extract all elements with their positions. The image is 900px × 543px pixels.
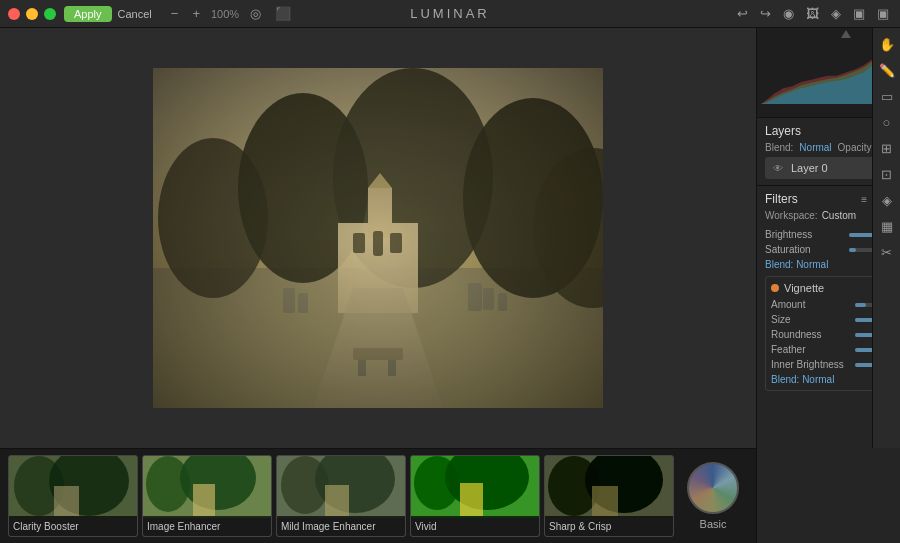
gradient-tool-icon[interactable]: ▦	[875, 214, 899, 238]
saturation-fill	[849, 248, 856, 252]
zoom-level: 100%	[211, 8, 239, 20]
layer-visibility-icon[interactable]: 👁	[771, 161, 785, 175]
filmstrip-item-vivid[interactable]: Vivid	[410, 455, 540, 537]
brightness-label: Brightness	[765, 229, 845, 240]
titlebar-zoom-controls: − + 100% ◎ ⬛	[168, 6, 294, 21]
sync-button[interactable]: ◉	[780, 6, 797, 21]
brush-tool-icon[interactable]: ✏️	[875, 58, 899, 82]
minimize-button[interactable]	[26, 8, 38, 20]
saturation-label: Saturation	[765, 244, 845, 255]
close-button[interactable]	[8, 8, 20, 20]
svg-rect-38	[277, 456, 406, 518]
filmstrip-label: Image Enhancer	[143, 516, 271, 536]
panel-right-button[interactable]: ▣	[874, 6, 892, 21]
titlebar: Apply Cancel − + 100% ◎ ⬛ LUMINAR ↩ ↪ ◉ …	[0, 0, 900, 28]
main-area: Clarity Booster Image Enhancer	[0, 28, 900, 543]
rectangle-tool-icon[interactable]: ▭	[875, 84, 899, 108]
filters-title: Filters	[765, 192, 798, 206]
blend-label: Blend:	[765, 142, 793, 153]
compare-button[interactable]: ⬛	[272, 6, 294, 21]
amount-fill	[855, 303, 866, 307]
filmstrip-thumb	[9, 456, 137, 518]
canvas-area: Clarity Booster Image Enhancer	[0, 28, 756, 543]
workspace-value[interactable]: Custom	[822, 210, 856, 221]
circle-tool-icon[interactable]: ○	[875, 110, 899, 134]
vignette-indicator	[771, 284, 779, 292]
amount-label: Amount	[771, 299, 851, 310]
size-label: Size	[771, 314, 851, 325]
svg-rect-43	[411, 456, 540, 518]
zoom-in-button[interactable]: +	[189, 6, 203, 21]
photo-image	[153, 68, 603, 408]
brightness-fill	[849, 233, 874, 237]
layers-icon-button[interactable]: ◈	[828, 6, 844, 21]
traffic-lights	[8, 8, 56, 20]
filmstrip-item-sharp-crisp[interactable]: Sharp & Crisp	[544, 455, 674, 537]
zoom-out-button[interactable]: −	[168, 6, 182, 21]
inner-brightness-label: Inner Brightness	[771, 359, 851, 370]
svg-rect-33	[143, 456, 272, 518]
redo-button[interactable]: ↪	[757, 6, 774, 21]
hand-tool-icon[interactable]: ✋	[875, 32, 899, 56]
photo-container[interactable]	[0, 28, 756, 448]
image-icon-button[interactable]: 🖼	[803, 6, 822, 21]
filmstrip-thumb	[545, 456, 673, 518]
undo-button[interactable]: ↩	[734, 6, 751, 21]
clone-tool-icon[interactable]: ✂	[875, 240, 899, 264]
cancel-button[interactable]: Cancel	[118, 8, 152, 20]
filmstrip-label: Sharp & Crisp	[545, 516, 673, 536]
blend-value[interactable]: Normal	[799, 142, 831, 153]
roundness-label: Roundness	[771, 329, 851, 340]
app-title: LUMINAR	[410, 6, 490, 21]
basic-label: Basic	[700, 518, 727, 530]
panel-left-button[interactable]: ▣	[850, 6, 868, 21]
svg-rect-28	[9, 456, 138, 518]
transform-tool-icon[interactable]: ⊞	[875, 136, 899, 160]
basic-icon	[687, 462, 739, 514]
basic-button[interactable]: Basic	[678, 455, 748, 537]
filmstrip-label: Clarity Booster	[9, 516, 137, 536]
erase-tool-icon[interactable]: ◈	[875, 188, 899, 212]
filmstrip-thumb	[277, 456, 405, 518]
svg-rect-23	[153, 68, 603, 408]
workspace-label: Workspace:	[765, 210, 818, 221]
preview-button[interactable]: ◎	[247, 6, 264, 21]
filmstrip-thumb	[411, 456, 539, 518]
apply-button[interactable]: Apply	[64, 6, 112, 22]
maximize-button[interactable]	[44, 8, 56, 20]
filmstrip-thumb	[143, 456, 271, 518]
filmstrip: Clarity Booster Image Enhancer	[0, 448, 756, 543]
filmstrip-item-clarity-booster[interactable]: Clarity Booster	[8, 455, 138, 537]
filters-list-button[interactable]: ≡	[858, 194, 870, 205]
filmstrip-label: Vivid	[411, 516, 539, 536]
filmstrip-item-image-enhancer[interactable]: Image Enhancer	[142, 455, 272, 537]
feather-label: Feather	[771, 344, 851, 355]
crop-tool-icon[interactable]: ⊡	[875, 162, 899, 186]
filmstrip-item-mild-image-enhancer[interactable]: Mild Image Enhancer	[276, 455, 406, 537]
filmstrip-label: Mild Image Enhancer	[277, 516, 405, 536]
vignette-name: Vignette	[784, 282, 824, 294]
right-floating-toolbar: ✋ ✏️ ▭ ○ ⊞ ⊡ ◈ ▦ ✂	[872, 28, 900, 448]
photo-canvas	[153, 68, 603, 408]
layers-title: Layers	[765, 124, 801, 138]
svg-rect-48	[545, 456, 674, 518]
opacity-label: Opacity:	[838, 142, 875, 153]
photo-svg	[153, 68, 603, 408]
histogram-left-clip-icon	[841, 30, 851, 38]
titlebar-right-actions: ↩ ↪ ◉ 🖼 ◈ ▣ ▣	[734, 6, 892, 21]
